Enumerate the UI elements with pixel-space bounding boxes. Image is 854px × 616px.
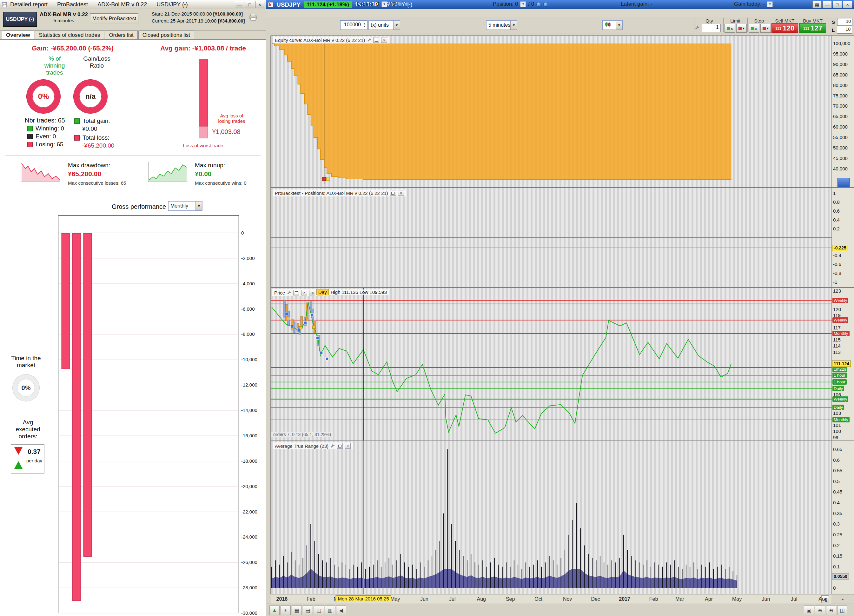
atr-axis-label: 0.45 (833, 489, 842, 494)
window-title-segment: ADX-Bol MR v 0.22 (98, 1, 147, 8)
quote-badge: 111.124 (+1.18%) (304, 1, 352, 8)
sell-header: Sell MKT (771, 18, 799, 23)
tab-orders-list[interactable]: Orders list (105, 30, 137, 40)
wrench-icon[interactable] (367, 38, 371, 42)
svg-text:-10,000: -10,000 (241, 357, 258, 362)
scrollbar-thumb[interactable] (837, 178, 849, 187)
equity-curve-chart[interactable] (271, 35, 831, 187)
gross-performance-chart[interactable]: 0-2,000-4,000-6,000-8,000-10,000-12,000-… (58, 215, 266, 616)
price-axis[interactable]: 100,00095,00090,00085,00080,00075,00070,… (831, 35, 854, 594)
current-capital: [¥34,800.00] (218, 18, 245, 23)
orders-dropdown-icon[interactable]: ▼ (381, 1, 387, 7)
trade-settings-wrench-icon[interactable] (695, 25, 700, 30)
legend-even: Even: 0 (27, 133, 56, 140)
instrument-button[interactable]: USD/JPY (-) (3, 12, 37, 27)
total-gain-value: ¥0.00 (82, 125, 98, 132)
limit-header: Limit (723, 18, 747, 23)
gain-dropdown-icon[interactable]: ▼ (767, 1, 773, 7)
table-icon[interactable]: ▥ (325, 605, 335, 615)
buy-market-button[interactable]: 111127 (799, 23, 826, 34)
total-gain-label: Total gain: (82, 117, 110, 124)
detach-window-icon[interactable] (373, 37, 379, 43)
axis-corner[interactable]: ▸ (831, 595, 854, 604)
position-indicator-icon[interactable] (543, 2, 548, 7)
positions-panel-title: ProBacktest - Positions: ADX-Bol MR v 0.… (275, 191, 388, 196)
sell-market-button[interactable]: 111120 (772, 23, 798, 34)
grid-icon[interactable]: ▦ (292, 605, 302, 615)
tab-overview[interactable]: Overview (2, 30, 34, 40)
price-chart[interactable] (271, 288, 831, 441)
detailed-report-window: Detailed report ProBacktest ADX-Bol MR v… (0, 0, 267, 616)
position-indicator-icon[interactable] (536, 2, 541, 7)
gross-performance-bar (62, 233, 70, 369)
sell-stop-button[interactable]: ▾ (760, 24, 771, 33)
svg-text:-30,000: -30,000 (241, 610, 258, 616)
x-axis-label: Aug (819, 596, 827, 602)
close-panel-icon[interactable]: × (301, 290, 307, 296)
panels-icon[interactable]: ▣ (804, 605, 814, 615)
orders-status: Orders: 0 ▼ / 0 (357, 1, 409, 7)
positions-chart[interactable] (271, 188, 831, 287)
units-quantity-input[interactable]: 100000 ▲▼ (340, 20, 368, 30)
detach-window-icon[interactable] (390, 190, 396, 196)
add-indicator-icon[interactable]: + (281, 605, 291, 615)
chart-style-select[interactable]: ▼ (602, 20, 623, 30)
s-input[interactable]: 10 (837, 18, 852, 26)
print-icon[interactable] (249, 13, 258, 21)
panel-separator[interactable] (271, 187, 854, 188)
wrench-icon[interactable] (287, 290, 291, 295)
panel-separator[interactable] (271, 35, 854, 35)
time-axis[interactable]: ◀ 2016FebMarAprMayJunJulAugSepOctNovDec2… (271, 595, 831, 604)
zoom-out-icon[interactable]: ⊖ (826, 605, 836, 615)
orders-indicator-icon[interactable] (398, 2, 403, 7)
pan-up-icon[interactable]: ▲ (270, 605, 280, 615)
equity-axis-label: 55,000 (833, 134, 848, 140)
detach-window-icon[interactable] (293, 290, 299, 296)
equity-axis-label: 80,000 (833, 82, 848, 88)
l-input[interactable]: 10 (837, 26, 852, 34)
panel-separator[interactable] (271, 441, 854, 441)
target-icon[interactable]: ◎ (309, 290, 315, 296)
close-panel-icon[interactable]: × (345, 443, 351, 449)
columns-layout-icon[interactable]: ◫ (314, 605, 324, 615)
atr-axis-label: 0.25 (833, 532, 842, 537)
tab-closed-positions[interactable]: Closed positions list (138, 30, 194, 40)
timeframe-select[interactable]: 5 minutes ▼ (486, 20, 517, 30)
gross-period-select[interactable]: Monthly ▼ (168, 201, 203, 211)
close-panel-icon[interactable]: × (398, 190, 404, 196)
zoom-in-icon[interactable]: ⊕ (815, 605, 825, 615)
svg-text:-24,000: -24,000 (241, 534, 258, 540)
orders-indicator-icon[interactable] (405, 2, 409, 7)
up-arrow-icon (14, 461, 23, 469)
close-button[interactable]: × (843, 1, 852, 8)
close-panel-icon[interactable]: × (381, 37, 387, 43)
detach-window-icon[interactable] (337, 443, 343, 449)
scroll-right-icon[interactable]: ▸ (842, 597, 843, 601)
positions-axis-label: 0.4 (833, 217, 840, 223)
spinner-icon[interactable]: ▲▼ (362, 21, 367, 29)
rows-layout-icon[interactable]: ▤ (303, 605, 313, 615)
tab-statistics[interactable]: Statistics of closed trades (35, 30, 104, 40)
modify-probacktest-button[interactable]: Modify ProBacktest (90, 13, 138, 24)
columns-icon[interactable]: ◫ (837, 605, 847, 615)
minimize-button[interactable]: — (823, 1, 832, 8)
buy-stop-button[interactable]: ▴ (749, 24, 759, 33)
atr-chart[interactable] (271, 441, 831, 594)
scroll-left-icon[interactable]: ◀ (336, 605, 346, 615)
panel-separator[interactable] (271, 287, 854, 288)
price-level-badge: 1 hour (833, 379, 847, 385)
maximize-button[interactable]: □ (245, 1, 254, 8)
trade-qty-input[interactable]: 1 (702, 24, 721, 32)
workspace-icon[interactable]: ▦ (813, 1, 822, 8)
sell-limit-button[interactable]: ▾ (736, 24, 747, 33)
minimize-button[interactable]: — (235, 1, 244, 8)
buy-limit-button[interactable]: ▴ (724, 24, 735, 33)
strategy-timeframe: 5 minutes (39, 18, 89, 23)
x-axis-label: Aug (477, 596, 485, 602)
maximize-button[interactable]: □ (833, 1, 842, 8)
wrench-icon[interactable] (330, 444, 335, 448)
close-button[interactable]: × (255, 1, 264, 8)
units-select[interactable]: (x) units ▼ (369, 20, 400, 30)
gross-performance-label: Gross performance (112, 203, 166, 210)
position-dropdown-icon[interactable]: ▼ (520, 1, 526, 7)
